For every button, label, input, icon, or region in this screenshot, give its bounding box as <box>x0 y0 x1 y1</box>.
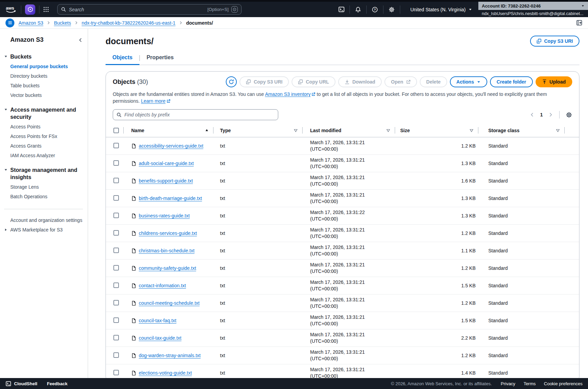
sidebar-item-access-grants[interactable]: Access Grants <box>4 141 83 151</box>
learn-more-link[interactable]: Learn more <box>141 98 170 104</box>
breadcrumb-link-amazon-s3[interactable]: Amazon S3 <box>19 20 43 26</box>
actions-button[interactable]: Actions <box>450 76 487 87</box>
column-label[interactable]: Last modified <box>310 128 341 133</box>
row-checkbox[interactable] <box>113 230 119 236</box>
filter-icon[interactable] <box>556 128 560 133</box>
side-panel-toggle-icon[interactable] <box>576 20 583 26</box>
account-id-label: Account ID: 7382-2262-0246 <box>482 3 541 9</box>
collapse-sidebar-icon[interactable] <box>78 38 83 42</box>
object-name-link[interactable]: childrens-services-guide.txt <box>139 230 197 236</box>
notifications-bell-icon[interactable] <box>354 7 363 13</box>
find-objects-search[interactable] <box>113 109 278 120</box>
region-selector[interactable]: United States (N. Virginia) <box>410 7 472 12</box>
column-label[interactable]: Size <box>400 128 410 133</box>
object-name-link[interactable]: council-meeting-schedule.txt <box>139 300 199 306</box>
row-checkbox[interactable] <box>113 178 119 183</box>
sidebar-section-storage-management-and-insights[interactable]: Storage management and insights <box>4 165 83 182</box>
sidebar-item-iam-access-analyzer[interactable]: IAM Access Analyzer <box>4 151 83 160</box>
page-number[interactable]: 1 <box>539 112 544 117</box>
footer-link-cookie-preferences[interactable]: Cookie preferences <box>544 381 583 386</box>
cloudshell-icon[interactable] <box>337 6 346 13</box>
row-checkbox[interactable] <box>113 352 119 358</box>
aws-logo[interactable]: aws <box>5 5 17 14</box>
row-checkbox[interactable] <box>113 335 119 340</box>
settings-gear-icon[interactable] <box>387 7 396 13</box>
amazon-s3-inventory-link[interactable]: Amazon S3 inventory <box>265 91 315 97</box>
object-name-link[interactable]: council-tax-guide.txt <box>139 335 182 341</box>
column-label[interactable]: Name <box>131 128 144 133</box>
delete-button[interactable]: Delete <box>420 76 447 87</box>
object-name-link[interactable]: contact-information.txt <box>139 283 186 288</box>
filter-icon[interactable] <box>294 128 298 133</box>
filter-icon[interactable] <box>386 128 390 133</box>
sidebar-item-account-and-organization-settings[interactable]: Account and organization settings <box>4 215 83 225</box>
preferences-gear-icon[interactable] <box>566 112 572 118</box>
row-checkbox[interactable] <box>113 317 119 323</box>
create-folder-button[interactable]: Create folder <box>490 76 532 87</box>
sidebar-item-storage-lens[interactable]: Storage Lens <box>4 182 83 192</box>
sidebar-item-aws-marketplace-for-s3[interactable]: AWS Marketplace for S3 <box>4 225 83 235</box>
find-objects-input[interactable] <box>124 112 274 117</box>
sidebar-item-table-buckets[interactable]: Table buckets <box>4 81 83 90</box>
cloudshell-button[interactable]: CloudShell <box>5 381 37 387</box>
sidebar-item-directory-buckets[interactable]: Directory buckets <box>4 71 83 81</box>
object-size: 1.3 KB <box>395 213 478 218</box>
object-name-link[interactable]: community-safety-guide.txt <box>139 265 196 271</box>
object-name-link[interactable]: benefits-support-guide.txt <box>139 178 193 184</box>
breadcrumb-link-bucket-name[interactable]: ndx-try-chatbot-kb-738222620246-us-east-… <box>82 20 175 26</box>
search-input[interactable] <box>69 7 205 12</box>
copy-s3-uri-button[interactable]: Copy S3 URI <box>240 76 289 87</box>
row-checkbox[interactable] <box>113 248 119 253</box>
column-label[interactable]: Type <box>220 128 231 133</box>
row-checkbox[interactable] <box>113 160 119 166</box>
object-name-link[interactable]: business-rates-guide.txt <box>139 213 190 218</box>
hamburger-menu-icon[interactable] <box>5 18 14 27</box>
sidebar-item-access-points-for-fsx[interactable]: Access Points for FSx <box>4 131 83 141</box>
sidebar-item-access-points[interactable]: Access Points <box>4 122 83 131</box>
sidebar-section-access-management-and-security[interactable]: Access management and security <box>4 105 83 122</box>
help-icon[interactable]: ? <box>370 7 379 13</box>
upload-button[interactable]: Upload <box>536 76 572 87</box>
object-name-link[interactable]: council-tax-faq.txt <box>139 318 176 323</box>
column-label[interactable]: Storage class <box>488 128 519 133</box>
previous-page-icon[interactable] <box>530 112 535 117</box>
tab-properties[interactable]: Properties <box>140 51 181 65</box>
feedback-button[interactable]: Feedback <box>47 381 68 386</box>
object-name-link[interactable]: christmas-bin-schedule.txt <box>139 248 195 253</box>
footer-link-terms[interactable]: Terms <box>524 381 536 386</box>
object-name-link[interactable]: elections-voting-guide.txt <box>139 370 192 376</box>
next-page-icon[interactable] <box>548 112 553 117</box>
row-checkbox[interactable] <box>113 213 119 218</box>
sidebar-item-batch-operations[interactable]: Batch Operations <box>4 192 83 201</box>
refresh-button[interactable] <box>226 76 237 87</box>
object-name-link[interactable]: dog-warden-stray-animals.txt <box>139 353 201 358</box>
sidebar-section-buckets[interactable]: Buckets <box>4 52 83 62</box>
row-checkbox[interactable] <box>113 195 119 201</box>
object-name-link[interactable]: birth-death-marriage-guide.txt <box>139 196 202 201</box>
file-icon <box>131 161 136 166</box>
footer-link-privacy[interactable]: Privacy <box>501 381 515 386</box>
copy-url-button[interactable]: Copy URL <box>292 76 335 87</box>
open-button[interactable]: Open <box>384 76 417 87</box>
sidebar-item-vector-buckets[interactable]: Vector buckets <box>4 90 83 100</box>
row-checkbox[interactable] <box>113 265 119 271</box>
object-name-link[interactable]: adult-social-care-guide.txt <box>139 161 194 166</box>
row-checkbox[interactable] <box>113 283 119 288</box>
sort-ascending-icon[interactable] <box>205 128 209 132</box>
table-row: childrens-services-guide.txt txt March 1… <box>106 225 579 242</box>
row-checkbox[interactable] <box>113 143 119 148</box>
row-checkbox[interactable] <box>113 300 119 305</box>
select-all-checkbox[interactable] <box>113 128 119 133</box>
filter-icon[interactable] <box>469 128 474 133</box>
object-name-link[interactable]: accessibility-services-guide.txt <box>139 143 203 149</box>
sidebar-item-general-purpose-buckets[interactable]: General purpose buckets <box>4 62 83 71</box>
breadcrumb-link-buckets[interactable]: Buckets <box>54 20 71 26</box>
download-button[interactable]: Download <box>338 76 382 87</box>
row-checkbox[interactable] <box>113 370 119 375</box>
account-menu[interactable]: Account ID: 7382-2262-0246 ndx_IsbUsersP… <box>478 2 588 17</box>
tab-objects[interactable]: Objects <box>106 51 139 65</box>
copy-s3-uri-header-button[interactable]: Copy S3 URI <box>530 36 579 47</box>
services-menu-icon[interactable] <box>43 7 49 12</box>
amazon-q-app-icon[interactable] <box>25 4 35 15</box>
global-search[interactable]: [Option+S] <box>57 4 242 15</box>
